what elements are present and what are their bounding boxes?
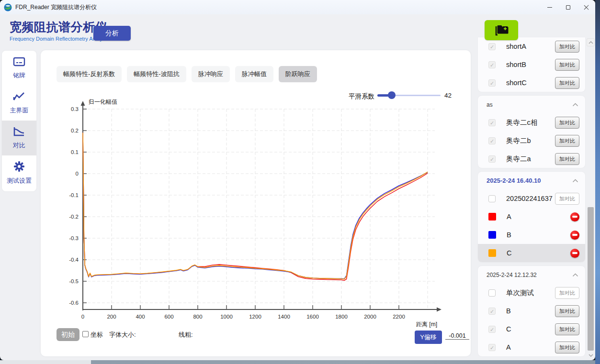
add-compare-button[interactable]: 加对比 [555, 287, 579, 299]
color-swatch [488, 231, 496, 239]
list-item-202502241637[interactable]: 202502241637加对比 [478, 189, 585, 208]
add-compare-button[interactable]: 加对比 [555, 342, 579, 353]
list-item-B[interactable]: B [478, 226, 585, 244]
item-name: 奥寺二a [506, 154, 531, 164]
item-name: A [506, 343, 511, 351]
item-checkbox[interactable]: ✓ [488, 308, 496, 315]
remove-button[interactable] [570, 212, 579, 221]
remove-button[interactable] [570, 249, 579, 258]
maximize-icon [566, 5, 570, 10]
minimize-button[interactable] [541, 0, 559, 14]
item-name: B [507, 231, 511, 239]
item-checkbox[interactable]: ✓ [488, 119, 496, 126]
chevron-up-icon [572, 103, 578, 107]
nameplate-icon [13, 56, 25, 69]
item-checkbox[interactable]: ✓ [488, 61, 496, 68]
list-item-C[interactable]: ✓C加对比 [478, 320, 585, 338]
list-item-shortB[interactable]: ✓shortB加对比 [478, 55, 585, 74]
y-offset-input[interactable] [445, 332, 469, 340]
list-item-B[interactable]: ✓B加对比 [478, 302, 585, 320]
sidebar-item-对比[interactable]: 对比 [2, 121, 36, 155]
chevron-up-icon [572, 273, 578, 277]
svg-text:归一化幅值: 归一化幅值 [89, 99, 117, 105]
item-name: 单次测试 [506, 288, 534, 298]
chart-toolbar: 初始 坐标 字体大小: 线粗: Y偏移 [41, 327, 471, 348]
sidebar-item-主界面[interactable]: 主界面 [2, 86, 36, 121]
app-window: FDR_Reader 宽频阻抗谱分析仪 宽频阻抗谱分析仪 Frequency D… [0, 0, 595, 360]
svg-text:-0.3: -0.3 [69, 235, 79, 241]
close-icon [584, 5, 589, 10]
add-compare-button[interactable]: 加对比 [555, 323, 579, 335]
sidebar-item-测试设置[interactable]: 测试设置 [2, 155, 36, 190]
list-item-A[interactable]: ✓A加对比 [478, 338, 585, 356]
y-offset-button[interactable]: Y偏移 [415, 331, 442, 344]
scroll-up-button[interactable] [587, 38, 595, 46]
list-item-奥寺二c相[interactable]: ✓奥寺二c相加对比 [478, 113, 585, 132]
title-bar: FDR_Reader 宽频阻抗谱分析仪 [0, 0, 595, 14]
tab-脉冲幅值[interactable]: 脉冲幅值 [235, 66, 273, 82]
item-checkbox[interactable] [488, 195, 496, 202]
item-name: 奥寺二b [506, 136, 531, 145]
list-item-C[interactable]: C [478, 244, 585, 262]
analyze-button[interactable]: 分析 [93, 26, 131, 41]
list-item-shortC[interactable]: ✓shortC加对比 [478, 74, 585, 92]
add-compare-button[interactable]: 加对比 [555, 77, 579, 89]
item-name: shortC [506, 79, 527, 87]
remove-button[interactable] [570, 231, 579, 240]
group-header[interactable]: as [478, 96, 585, 113]
close-button[interactable] [577, 0, 595, 14]
item-name: shortA [506, 43, 526, 50]
measurement-group-card: as✓奥寺二c相加对比✓奥寺二b加对比✓奥寺二a加对比 [478, 96, 585, 168]
group-header[interactable]: 2025-2-24 16.40.10 [478, 172, 585, 189]
add-compare-button[interactable]: 加对比 [555, 193, 579, 205]
coordinates-label: 坐标 [91, 331, 103, 339]
svg-text:-0.6: -0.6 [69, 300, 79, 306]
svg-text:0.3: 0.3 [71, 106, 79, 112]
add-compare-button[interactable]: 加对比 [555, 59, 579, 71]
tab-脉冲响应[interactable]: 脉冲响应 [192, 66, 230, 82]
tab-幅频特性-波阻抗[interactable]: 幅频特性-波阻抗 [127, 66, 186, 82]
coordinates-checkbox[interactable] [82, 331, 89, 337]
item-name: A [507, 213, 511, 221]
svg-text:0: 0 [81, 314, 84, 320]
color-swatch [488, 249, 496, 257]
tab-阶跃响应[interactable]: 阶跃响应 [279, 66, 317, 82]
item-checkbox[interactable]: ✓ [488, 344, 496, 351]
item-checkbox[interactable]: ✓ [488, 155, 496, 163]
list-item-单次测试[interactable]: 单次测试加对比 [478, 284, 585, 302]
list-item-奥寺二a[interactable]: ✓奥寺二a加对比 [478, 150, 585, 168]
chart: 0.30.20.10-0.1-0.2-0.3-0.4-0.5-0.6020040… [42, 91, 468, 332]
group-header[interactable]: 2025-2-24 12.12.32 [478, 266, 585, 284]
item-checkbox[interactable] [488, 289, 496, 297]
item-checkbox[interactable]: ✓ [488, 137, 496, 144]
reset-button[interactable]: 初始 [57, 328, 79, 341]
tab-幅频特性-反射系数[interactable]: 幅频特性-反射系数 [57, 66, 122, 82]
compare-icon [13, 126, 25, 139]
svg-text:400: 400 [136, 314, 145, 320]
settings-gear-icon [13, 161, 25, 174]
add-folder-icon [493, 23, 509, 37]
chart-tabs: 幅频特性-反射系数幅频特性-波阻抗脉冲响应脉冲幅值阶跃响应 [57, 66, 317, 82]
sidebar-item-label: 对比 [13, 141, 25, 150]
add-compare-button[interactable]: 加对比 [555, 117, 579, 129]
svg-text:0: 0 [76, 171, 79, 176]
svg-text:2000: 2000 [364, 314, 376, 320]
add-compare-button[interactable]: 加对比 [555, 135, 579, 147]
list-item-A[interactable]: A [478, 208, 585, 226]
item-checkbox[interactable]: ✓ [488, 43, 496, 50]
svg-text:-0.4: -0.4 [69, 257, 79, 263]
svg-text:800: 800 [193, 314, 202, 320]
item-checkbox[interactable]: ✓ [488, 326, 496, 333]
add-compare-button[interactable]: 加对比 [555, 153, 579, 165]
import-data-button[interactable] [485, 20, 518, 40]
svg-text:-0.5: -0.5 [69, 278, 79, 284]
scrollbar-thumb[interactable] [588, 207, 594, 351]
sidebar-item-铭牌[interactable]: 铭牌 [2, 51, 36, 86]
item-checkbox[interactable]: ✓ [488, 79, 496, 87]
list-item-奥寺二b[interactable]: ✓奥寺二b加对比 [478, 132, 585, 150]
add-compare-button[interactable]: 加对比 [555, 41, 579, 53]
scroll-down-button[interactable] [587, 351, 595, 359]
maximize-button[interactable] [559, 0, 577, 14]
svg-text:0.2: 0.2 [71, 128, 79, 133]
add-compare-button[interactable]: 加对比 [555, 305, 579, 317]
